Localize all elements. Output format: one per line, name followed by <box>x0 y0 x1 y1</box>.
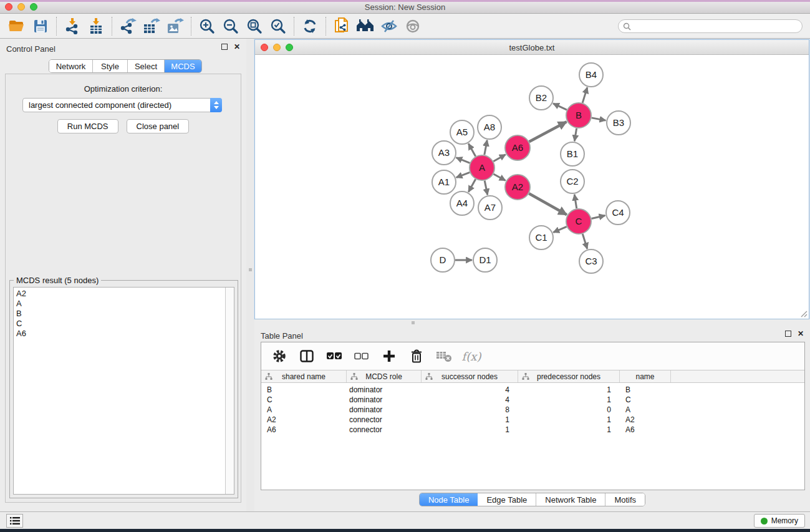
graph-edge[interactable] <box>582 87 587 103</box>
graph-node[interactable]: A7 <box>478 196 502 220</box>
tab-network[interactable]: Network <box>49 60 93 72</box>
tab-mcds[interactable]: MCDS <box>165 60 201 72</box>
graph-node[interactable]: C3 <box>579 249 603 273</box>
graph-node[interactable]: B1 <box>561 142 584 166</box>
tab-select[interactable]: Select <box>128 60 165 72</box>
splitter-grip[interactable] <box>249 268 252 271</box>
list-item[interactable]: A2 <box>16 289 225 299</box>
graph-edge[interactable] <box>456 172 470 177</box>
float-panel-icon[interactable] <box>221 44 228 50</box>
search-field[interactable] <box>618 19 803 33</box>
tab-motifs[interactable]: Motifs <box>605 493 645 506</box>
table-row[interactable]: Adominator80A <box>261 405 804 415</box>
open-session-button[interactable] <box>5 16 29 37</box>
graph-edge[interactable] <box>493 174 505 180</box>
run-mcds-button[interactable]: Run MCDS <box>57 119 118 133</box>
zoom-out-button[interactable] <box>219 16 243 37</box>
horizontal-splitter[interactable] <box>254 319 810 326</box>
column-header-successor-nodes[interactable]: successor nodes <box>422 370 518 382</box>
list-item[interactable]: C <box>16 319 225 329</box>
graph-node[interactable]: C1 <box>529 226 553 249</box>
close-panel-icon[interactable]: ✕ <box>234 44 240 50</box>
import-table-button[interactable] <box>84 16 108 37</box>
graph-node[interactable]: C2 <box>561 170 584 193</box>
graph-node[interactable]: A3 <box>432 141 456 165</box>
graph-node[interactable]: B2 <box>529 86 553 110</box>
function-builder-button[interactable]: f(x) <box>461 346 482 367</box>
table-row[interactable]: Bdominator41B <box>261 385 804 395</box>
graph-edge[interactable] <box>468 143 475 156</box>
graph-edge[interactable] <box>574 195 577 209</box>
select-all-button[interactable] <box>324 346 345 367</box>
list-item[interactable]: A <box>16 299 225 309</box>
graph-edge[interactable] <box>553 226 566 232</box>
tab-node-table[interactable]: Node Table <box>420 493 478 506</box>
list-item[interactable]: B <box>16 309 225 319</box>
zoom-in-button[interactable] <box>195 16 219 37</box>
table-row[interactable]: A6connector11A6 <box>261 425 804 435</box>
deselect-all-button[interactable] <box>351 346 372 367</box>
graph-node[interactable]: A5 <box>450 120 474 144</box>
graph-node[interactable]: D <box>431 248 455 272</box>
hide-button[interactable] <box>377 16 401 37</box>
column-header-mcds-role[interactable]: MCDS role <box>347 370 422 382</box>
column-header-name[interactable]: name <box>620 370 671 382</box>
task-history-button[interactable] <box>6 514 23 528</box>
graph-edge[interactable] <box>485 140 487 155</box>
show-columns-button[interactable] <box>296 346 317 367</box>
list-item[interactable]: A6 <box>16 329 225 339</box>
graph-node[interactable]: A2 <box>505 175 530 200</box>
close-panel-button[interactable]: Close panel <box>127 119 190 133</box>
import-network-button[interactable] <box>60 16 84 37</box>
close-panel-icon[interactable]: ✕ <box>798 331 804 337</box>
tab-style[interactable]: Style <box>93 60 128 72</box>
graph-node[interactable]: A8 <box>478 115 501 139</box>
network-window-titlebar[interactable]: testGlobe.txt <box>255 40 809 55</box>
search-input[interactable] <box>634 22 789 31</box>
graph-node[interactable]: B <box>566 103 591 128</box>
graph-edge[interactable] <box>591 216 605 219</box>
show-button[interactable] <box>401 16 425 37</box>
memory-button[interactable]: Memory <box>754 514 805 528</box>
graph-node[interactable]: C4 <box>606 201 630 225</box>
duplicate-network-button[interactable] <box>330 16 354 37</box>
graph-edge[interactable] <box>529 122 567 142</box>
graph-edge[interactable] <box>574 128 576 142</box>
graph-node[interactable]: A6 <box>505 135 530 160</box>
graph-node[interactable]: C <box>566 209 591 234</box>
float-panel-icon[interactable] <box>785 331 791 337</box>
tab-edge-table[interactable]: Edge Table <box>478 493 536 506</box>
export-image-button[interactable] <box>163 16 187 37</box>
vertical-splitter[interactable] <box>246 39 254 511</box>
graph-edge[interactable] <box>529 193 567 215</box>
delete-table-button[interactable] <box>433 346 455 367</box>
graph-node[interactable]: A4 <box>450 191 474 215</box>
delete-column-button[interactable] <box>406 346 427 367</box>
graph-edge[interactable] <box>553 104 567 110</box>
refresh-button[interactable] <box>298 16 322 37</box>
network-canvas[interactable]: B4B2BB3B1A5A8A6A3AA1A2A4A7C2C4CC1C3DD1 <box>255 55 809 319</box>
home-networks-button[interactable] <box>354 16 377 37</box>
graph-edge[interactable] <box>582 234 587 249</box>
criterion-dropdown[interactable]: largest connected component (directed) <box>22 98 222 112</box>
graph-edge[interactable] <box>485 181 488 195</box>
graph-node[interactable]: A <box>470 155 494 180</box>
export-table-button[interactable] <box>140 16 163 37</box>
create-column-button[interactable] <box>378 346 400 367</box>
graph-edge[interactable] <box>592 118 606 120</box>
graph-edge[interactable] <box>456 158 470 163</box>
save-session-button[interactable] <box>29 16 52 37</box>
column-header-shared-name[interactable]: shared name <box>261 370 347 382</box>
graph-node[interactable]: D1 <box>473 248 497 272</box>
graph-node[interactable]: A1 <box>432 170 456 194</box>
zoom-fit-button[interactable] <box>243 16 266 37</box>
graph-node[interactable]: B3 <box>607 111 630 135</box>
export-network-button[interactable] <box>116 16 140 37</box>
graph-node[interactable]: B4 <box>579 63 603 87</box>
graph-edge[interactable] <box>493 155 506 162</box>
column-header-predecessor-nodes[interactable]: predecessor nodes <box>518 370 620 382</box>
table-row[interactable]: A2connector11A2 <box>261 415 804 425</box>
graph-edge[interactable] <box>468 179 475 191</box>
list-scrollbar[interactable] <box>225 288 234 494</box>
table-row[interactable]: Cdominator41C <box>261 395 804 405</box>
